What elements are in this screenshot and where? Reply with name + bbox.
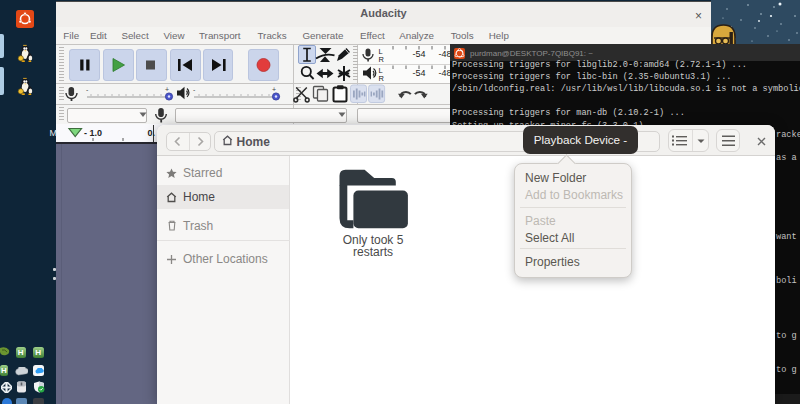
svg-text:-: - [193,86,196,93]
svg-text:R: R [379,55,385,64]
svg-text:R: R [379,74,385,83]
svg-text:0.: 0. [148,128,156,138]
svg-text:+: + [272,86,276,93]
svg-text:+: + [165,86,169,93]
svg-text:-: - [86,86,89,93]
svg-text:- 1.0: - 1.0 [84,128,102,138]
